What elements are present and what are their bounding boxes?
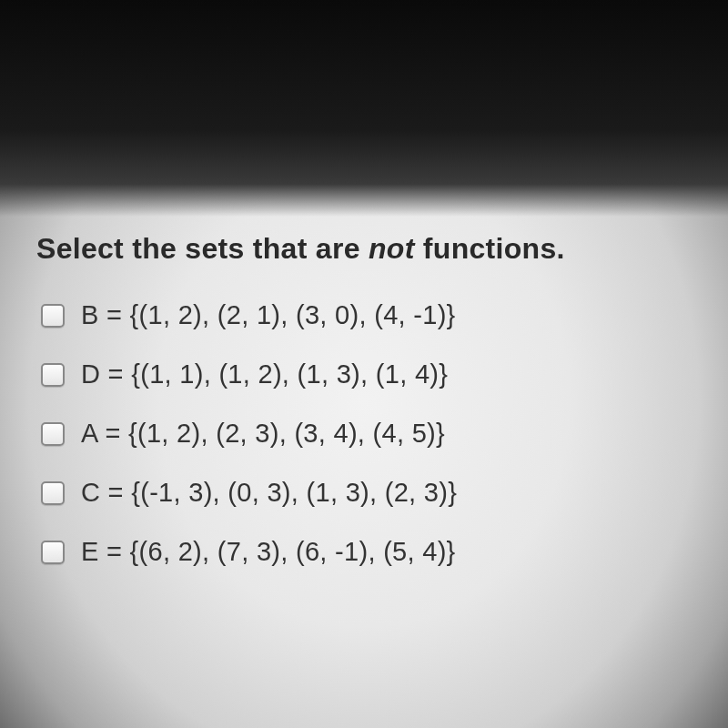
question-prefix: Select the sets that are: [36, 232, 369, 265]
question-emphasis: not: [369, 232, 415, 265]
photo-frame: Select the sets that are not functions. …: [0, 0, 728, 728]
question-suffix: functions.: [415, 232, 565, 265]
option-row-e: E = {(6, 2), (7, 3), (6, -1), (5, 4)}: [41, 537, 692, 567]
option-label-d: D = {(1, 1), (1, 2), (1, 3), (1, 4)}: [81, 359, 448, 389]
option-row-c: C = {(-1, 3), (0, 3), (1, 3), (2, 3)}: [41, 478, 692, 508]
question-content: Select the sets that are not functions. …: [36, 232, 692, 596]
checkbox-b[interactable]: [41, 304, 65, 328]
option-label-c: C = {(-1, 3), (0, 3), (1, 3), (2, 3)}: [81, 478, 457, 508]
checkbox-c[interactable]: [41, 481, 65, 505]
checkbox-a[interactable]: [41, 422, 65, 446]
option-row-a: A = {(1, 2), (2, 3), (3, 4), (4, 5)}: [41, 419, 692, 449]
option-row-d: D = {(1, 1), (1, 2), (1, 3), (1, 4)}: [41, 359, 692, 389]
option-label-e: E = {(6, 2), (7, 3), (6, -1), (5, 4)}: [81, 537, 456, 567]
option-label-b: B = {(1, 2), (2, 1), (3, 0), (4, -1)}: [81, 300, 456, 330]
dark-top-region: [0, 0, 728, 217]
option-row-b: B = {(1, 2), (2, 1), (3, 0), (4, -1)}: [41, 300, 692, 330]
screen-surface: Select the sets that are not functions. …: [0, 0, 728, 728]
checkbox-e[interactable]: [41, 541, 65, 564]
option-label-a: A = {(1, 2), (2, 3), (3, 4), (4, 5)}: [81, 419, 445, 449]
checkbox-d[interactable]: [41, 363, 65, 387]
question-prompt: Select the sets that are not functions.: [36, 232, 692, 266]
